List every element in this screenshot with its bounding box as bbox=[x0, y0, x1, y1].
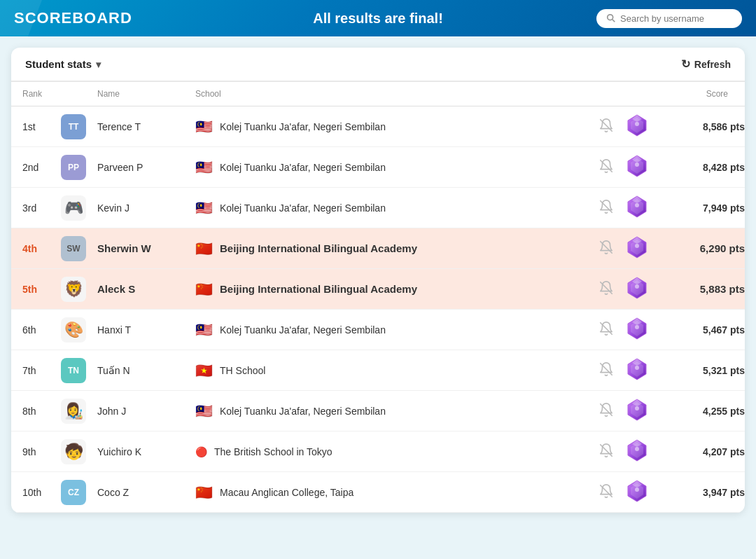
rank-cell: 4th bbox=[11, 228, 50, 269]
name-cell: Coco Z bbox=[86, 472, 184, 513]
bell-slash-icon bbox=[598, 118, 614, 133]
medal-cell bbox=[615, 432, 648, 472]
flag-icon: 🇲🇾 bbox=[195, 160, 213, 174]
score-cell: 8,586 pts bbox=[648, 106, 745, 147]
rank-cell: 8th bbox=[11, 391, 50, 432]
medal-cell bbox=[615, 106, 648, 147]
avatar: 🎮 bbox=[61, 195, 86, 221]
notification-cell[interactable] bbox=[587, 350, 615, 391]
score-cell: 4,207 pts bbox=[648, 432, 745, 472]
medal-icon bbox=[626, 235, 648, 259]
medal-icon bbox=[626, 154, 648, 178]
header-title: All results are final! bbox=[313, 11, 443, 27]
bell-slash-icon bbox=[598, 240, 614, 255]
avatar: TN bbox=[61, 358, 86, 383]
medal-cell bbox=[615, 472, 648, 513]
col-avatar bbox=[50, 82, 86, 106]
student-stats-button[interactable]: Student stats ▾ bbox=[25, 58, 101, 70]
notification-cell[interactable] bbox=[587, 391, 615, 432]
flag-icon: 🇲🇾 bbox=[195, 201, 213, 215]
name-cell: Tuấn N bbox=[86, 350, 184, 391]
bell-slash-icon bbox=[598, 402, 614, 417]
school-cell: 🇲🇾Kolej Tuanku Ja'afar, Negeri Sembilan bbox=[184, 310, 587, 350]
svg-point-26 bbox=[635, 284, 639, 289]
name-cell: Aleck S bbox=[86, 269, 184, 310]
rank-cell: 6th bbox=[11, 310, 50, 350]
refresh-button[interactable]: ↻ Refresh bbox=[681, 57, 731, 71]
medal-cell bbox=[615, 350, 648, 391]
logo: SCOREBOARD bbox=[14, 9, 132, 27]
flag-icon: 🇨🇳 bbox=[195, 242, 213, 256]
notification-cell[interactable] bbox=[587, 472, 615, 513]
notification-cell[interactable] bbox=[587, 269, 615, 310]
rank-cell: 3rd bbox=[11, 188, 50, 228]
flag-icon: 🔴 bbox=[195, 447, 207, 457]
svg-point-6 bbox=[635, 122, 639, 126]
medal-icon bbox=[626, 276, 648, 300]
rank-cell: 1st bbox=[11, 106, 50, 147]
notification-cell[interactable] bbox=[587, 432, 615, 472]
medal-icon bbox=[626, 398, 648, 422]
table-row[interactable]: 5th🦁Aleck S🇨🇳Beijing International Bilin… bbox=[11, 269, 745, 310]
name-cell: Parveen P bbox=[86, 147, 184, 188]
school-name: TH School bbox=[220, 365, 265, 376]
school-name: Kolej Tuanku Ja'afar, Negeri Sembilan bbox=[220, 324, 386, 336]
school-cell: 🔴The British School in Tokyo bbox=[184, 432, 587, 472]
toolbar: Student stats ▾ ↻ Refresh bbox=[11, 48, 745, 82]
avatar: CZ bbox=[61, 480, 86, 505]
svg-point-41 bbox=[635, 406, 639, 410]
school-name: The British School in Tokyo bbox=[214, 446, 332, 457]
medal-icon bbox=[626, 439, 648, 462]
svg-point-11 bbox=[635, 163, 639, 167]
col-rank: Rank bbox=[11, 82, 50, 106]
svg-point-46 bbox=[635, 447, 639, 451]
flag-icon: 🇲🇾 bbox=[195, 323, 213, 337]
school-name: Kolej Tuanku Ja'afar, Negeri Sembilan bbox=[220, 202, 386, 214]
notification-cell[interactable] bbox=[587, 188, 615, 228]
table-row[interactable]: 3rd🎮Kevin J🇲🇾Kolej Tuanku Ja'afar, Neger… bbox=[11, 188, 745, 228]
medal-cell bbox=[615, 228, 648, 269]
main-container: Student stats ▾ ↻ Refresh Rank Name Scho… bbox=[11, 48, 745, 513]
table-row[interactable]: 10thCZCoco Z🇨🇳Macau Anglican College, Ta… bbox=[11, 472, 745, 513]
score-cell: 8,428 pts bbox=[648, 147, 745, 188]
search-input[interactable] bbox=[620, 13, 732, 24]
search-bar[interactable] bbox=[596, 9, 742, 28]
score-cell: 5,321 pts bbox=[648, 350, 745, 391]
notification-cell[interactable] bbox=[587, 147, 615, 188]
notification-cell[interactable] bbox=[587, 106, 615, 147]
table-row[interactable]: 4thSWSherwin W🇨🇳Beijing International Bi… bbox=[11, 228, 745, 269]
medal-cell bbox=[615, 310, 648, 350]
medal-cell bbox=[615, 391, 648, 432]
school-cell: 🇲🇾Kolej Tuanku Ja'afar, Negeri Sembilan bbox=[184, 188, 587, 228]
medal-cell bbox=[615, 147, 648, 188]
table-row[interactable]: 7thTNTuấn N🇻🇳TH School 5,321 pts bbox=[11, 350, 745, 391]
medal-icon bbox=[626, 195, 648, 219]
notification-cell[interactable] bbox=[587, 228, 615, 269]
svg-line-1 bbox=[612, 20, 615, 22]
name-cell: Terence T bbox=[86, 106, 184, 147]
school-name: Beijing International Bilingual Academy bbox=[220, 283, 417, 295]
rank-cell: 10th bbox=[11, 472, 50, 513]
notification-cell[interactable] bbox=[587, 310, 615, 350]
avatar: 🦁 bbox=[61, 277, 86, 302]
table-row[interactable]: 9th🧒Yuichiro K🔴The British School in Tok… bbox=[11, 432, 745, 472]
table-row[interactable]: 6th🎨Hanxi T🇲🇾Kolej Tuanku Ja'afar, Neger… bbox=[11, 310, 745, 350]
header: SCOREBOARD All results are final! bbox=[0, 0, 756, 36]
avatar-cell: TT bbox=[50, 106, 86, 147]
table-row[interactable]: 8th👩‍🎨John J🇲🇾Kolej Tuanku Ja'afar, Nege… bbox=[11, 391, 745, 432]
bell-slash-icon bbox=[598, 443, 614, 458]
avatar-cell: PP bbox=[50, 147, 86, 188]
score-cell: 4,255 pts bbox=[648, 391, 745, 432]
col-notif bbox=[587, 82, 615, 106]
table-row[interactable]: 1stTTTerence T🇲🇾Kolej Tuanku Ja'afar, Ne… bbox=[11, 106, 745, 147]
rank-cell: 7th bbox=[11, 350, 50, 391]
table-row[interactable]: 2ndPPParveen P🇲🇾Kolej Tuanku Ja'afar, Ne… bbox=[11, 147, 745, 188]
flag-icon: 🇨🇳 bbox=[195, 485, 213, 499]
svg-point-21 bbox=[635, 244, 639, 248]
chevron-down-icon: ▾ bbox=[96, 59, 101, 70]
school-name: Beijing International Bilingual Academy bbox=[220, 242, 417, 254]
bell-slash-icon bbox=[598, 158, 614, 174]
avatar-cell: CZ bbox=[50, 472, 86, 513]
col-school: School bbox=[184, 82, 587, 106]
avatar-cell: 🎨 bbox=[50, 310, 86, 350]
